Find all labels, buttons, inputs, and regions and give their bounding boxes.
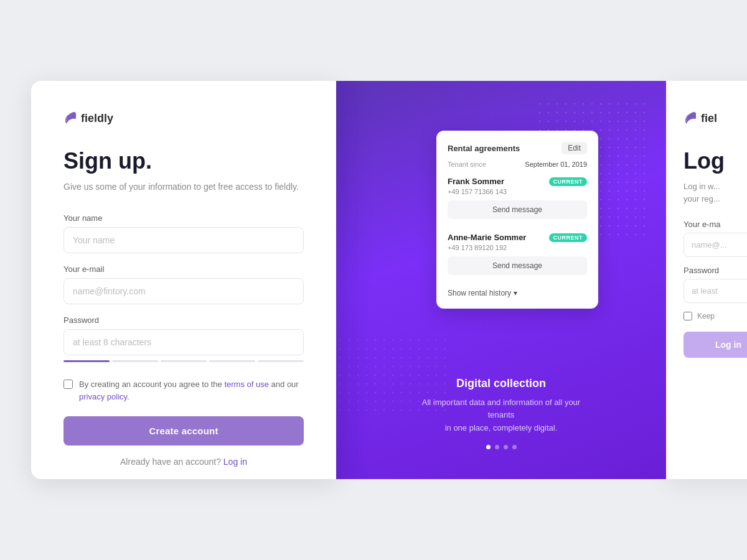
name-field-group: Your name: [63, 213, 304, 253]
login-row: Already have an account? Log in: [63, 457, 304, 467]
tenant-status-1: CURRENT: [549, 177, 588, 186]
keep-row: Keep: [684, 312, 747, 320]
terms-link[interactable]: terms of use: [224, 380, 269, 389]
login-link[interactable]: Log in: [223, 457, 247, 467]
login-password-label: Password: [684, 266, 747, 275]
scene: fieldly Sign up. Give us some of your in…: [31, 81, 716, 479]
strength-bar-3: [161, 360, 207, 362]
login-card: fiel Log Log in w...your reg... Your e-m…: [666, 81, 747, 479]
purple-panel: Rental agreements Edit Tenant since Sept…: [336, 81, 666, 479]
name-input[interactable]: [63, 227, 304, 253]
password-strength: [63, 360, 304, 362]
terms-text: By creating an account you agree to the …: [79, 378, 304, 403]
show-rental-history[interactable]: Show rental history ▾: [448, 289, 587, 297]
rental-agreements-card: Rental agreements Edit Tenant since Sept…: [436, 131, 598, 309]
already-text: Already have an account?: [120, 457, 221, 467]
email-input[interactable]: [63, 278, 304, 304]
login-title: Log: [684, 148, 747, 174]
keep-checkbox[interactable]: [684, 312, 692, 320]
strength-bar-1: [63, 360, 110, 362]
purple-panel-title: Digital collection: [408, 377, 594, 390]
password-label: Password: [63, 315, 304, 325]
rental-header: Rental agreements Edit: [448, 142, 587, 154]
privacy-link[interactable]: privacy policy: [79, 392, 127, 401]
tenant-name-2: Anne-Marie Sommer: [448, 233, 526, 242]
rental-title: Rental agreements: [448, 144, 520, 153]
email-field-group: Your e-mail: [63, 264, 304, 304]
login-email-label: Your e-ma: [684, 220, 747, 229]
login-logo-icon: [684, 111, 696, 126]
login-subtitle: Log in w...your reg...: [684, 180, 747, 205]
dot-2[interactable]: [495, 445, 499, 449]
tenant-since-row: Tenant since September 01, 2019: [448, 161, 587, 168]
signup-title: Sign up.: [63, 148, 304, 174]
terms-row: By creating an account you agree to the …: [63, 378, 304, 403]
password-field-group: Password: [63, 315, 304, 362]
tenant-block-1: Frank Sommer CURRENT +49 157 71366 143 S…: [448, 177, 587, 225]
tenant-since-value: September 01, 2019: [525, 161, 587, 168]
terms-checkbox[interactable]: [63, 380, 73, 389]
strength-bar-2: [112, 360, 158, 362]
strength-bar-5: [258, 360, 304, 362]
login-button[interactable]: Log in: [684, 332, 747, 358]
create-account-button[interactable]: Create account: [63, 416, 304, 446]
logo-icon: [63, 111, 76, 126]
password-input[interactable]: [63, 329, 304, 355]
edit-button[interactable]: Edit: [561, 142, 587, 154]
login-logo: fiel: [684, 111, 747, 126]
login-logo-text: fiel: [701, 112, 717, 125]
logo: fieldly: [63, 111, 304, 126]
name-label: Your name: [63, 213, 304, 223]
tenant-since-label: Tenant since: [448, 161, 486, 168]
strength-bar-4: [209, 360, 255, 362]
dot-4[interactable]: [512, 445, 517, 449]
tenant-row-1: Frank Sommer CURRENT: [448, 177, 587, 186]
chevron-down-icon: ▾: [514, 289, 517, 297]
keep-label: Keep: [697, 312, 715, 320]
login-email-input[interactable]: name@...: [684, 233, 747, 257]
tenant-block-2: Anne-Marie Sommer CURRENT +49 173 89120 …: [448, 233, 587, 281]
tenant-name-1: Frank Sommer: [448, 177, 504, 186]
dots-indicator: [408, 445, 594, 449]
purple-panel-subtitle: All important data and information of al…: [408, 396, 594, 435]
send-message-button-1[interactable]: Send message: [448, 200, 587, 219]
tenant-status-2: CURRENT: [549, 233, 588, 242]
purple-bottom-text: Digital collection All important data an…: [408, 377, 594, 449]
email-label: Your e-mail: [63, 264, 304, 274]
signup-subtitle: Give us some of your information to get …: [63, 180, 304, 194]
tenant-row-2: Anne-Marie Sommer CURRENT: [448, 233, 587, 242]
signup-card: fieldly Sign up. Give us some of your in…: [31, 81, 336, 479]
purple-fade: [336, 81, 374, 479]
login-password-input[interactable]: at least: [684, 279, 747, 303]
tenant-phone-1: +49 157 71366 143: [448, 188, 587, 195]
logo-text: fieldly: [81, 112, 113, 125]
show-history-text: Show rental history: [448, 289, 511, 297]
send-message-button-2[interactable]: Send message: [448, 256, 587, 275]
dot-1[interactable]: [486, 445, 491, 449]
tenant-phone-2: +49 173 89120 192: [448, 244, 587, 251]
dot-3[interactable]: [504, 445, 508, 449]
